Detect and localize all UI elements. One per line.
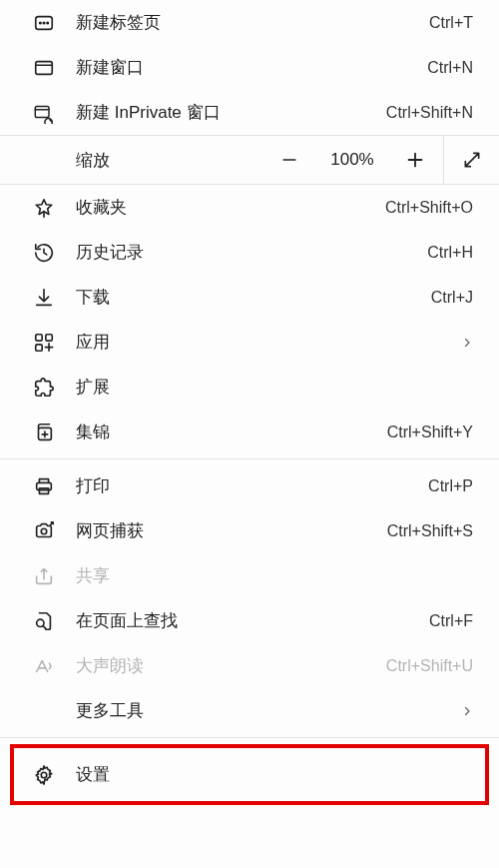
menu-item-label: 大声朗读 [76, 654, 386, 677]
menu-item-shortcut: Ctrl+H [427, 244, 473, 262]
menu-item-shortcut: Ctrl+Shift+Y [387, 424, 473, 441]
menu-item-settings[interactable]: 设置 [14, 752, 485, 797]
zoom-row: 缩放 100% [0, 135, 499, 185]
collections-icon [30, 419, 58, 446]
zoom-out-button[interactable] [261, 136, 317, 184]
menu-item-shortcut: Ctrl+J [431, 289, 473, 307]
history-icon [30, 239, 58, 267]
menu-item-label: 新建窗口 [76, 56, 427, 79]
menu-item-shortcut: Ctrl+Shift+U [386, 657, 473, 675]
menu-divider [0, 458, 499, 459]
new-window-icon [30, 54, 58, 82]
gear-icon [30, 761, 58, 789]
menu-item-label: 打印 [76, 474, 428, 497]
menu-item-new-inprivate[interactable]: 新建 InPrivate 窗口 Ctrl+Shift+N [0, 90, 499, 135]
menu-item-shortcut: Ctrl+Shift+O [385, 199, 473, 217]
menu-item-history[interactable]: 历史记录 Ctrl+H [0, 230, 499, 275]
menu-item-label: 扩展 [76, 376, 473, 399]
fullscreen-button[interactable] [443, 136, 499, 184]
zoom-label: 缩放 [0, 149, 261, 172]
zoom-in-button[interactable] [387, 136, 443, 184]
svg-rect-6 [35, 106, 49, 117]
extensions-icon [30, 374, 58, 402]
menu-item-label: 共享 [76, 564, 473, 587]
svg-rect-14 [36, 334, 42, 340]
menu-item-new-window[interactable]: 新建窗口 Ctrl+N [0, 45, 499, 90]
new-tab-icon [30, 9, 58, 37]
menu-item-apps[interactable]: 应用 [0, 320, 499, 365]
menu-item-shortcut: Ctrl+Shift+S [387, 522, 473, 540]
svg-point-25 [41, 772, 47, 778]
menu-divider [0, 737, 499, 738]
menu-item-label: 集锦 [76, 421, 387, 443]
menu-item-shortcut: Ctrl+N [427, 59, 473, 77]
settings-highlight-box: 设置 [10, 744, 489, 805]
svg-point-3 [47, 22, 48, 23]
menu-item-print[interactable]: 打印 Ctrl+P [0, 463, 499, 508]
menu-item-label: 在页面上查找 [76, 609, 429, 632]
web-capture-icon [30, 517, 58, 545]
menu-item-label: 历史记录 [76, 241, 427, 264]
menu-item-collections[interactable]: 集锦 Ctrl+Shift+Y [0, 410, 499, 454]
favorites-icon [30, 194, 58, 222]
svg-rect-16 [36, 344, 42, 350]
menu-item-label: 收藏夹 [76, 196, 385, 219]
zoom-value: 100% [317, 150, 387, 170]
print-icon [30, 472, 58, 500]
menu-item-label: 更多工具 [76, 699, 455, 722]
inprivate-window-icon [30, 99, 58, 127]
svg-point-22 [41, 528, 47, 534]
menu-item-label: 新建标签页 [76, 11, 429, 34]
menu-item-find[interactable]: 在页面上查找 Ctrl+F [0, 598, 499, 643]
menu-item-new-tab[interactable]: 新建标签页 Ctrl+T [0, 0, 499, 45]
chevron-right-icon [455, 702, 473, 720]
find-on-page-icon [30, 607, 58, 635]
svg-rect-21 [39, 487, 48, 493]
menu-item-label: 新建 InPrivate 窗口 [76, 101, 386, 124]
menu-item-shortcut: Ctrl+F [429, 612, 473, 630]
read-aloud-icon [30, 652, 58, 680]
chevron-right-icon [455, 334, 473, 352]
menu-item-extensions[interactable]: 扩展 [0, 365, 499, 410]
menu-item-downloads[interactable]: 下载 Ctrl+J [0, 275, 499, 320]
svg-rect-4 [36, 61, 53, 74]
menu-item-label: 网页捕获 [76, 519, 387, 542]
menu-item-favorites[interactable]: 收藏夹 Ctrl+Shift+O [0, 185, 499, 230]
browser-main-menu: 新建标签页 Ctrl+T 新建窗口 Ctrl+N 新建 InPrivate 窗口… [0, 0, 499, 805]
share-icon [30, 562, 58, 590]
svg-line-24 [43, 625, 46, 628]
svg-rect-15 [46, 334, 52, 340]
menu-item-shortcut: Ctrl+P [428, 477, 473, 495]
menu-item-shortcut: Ctrl+T [429, 14, 473, 32]
menu-item-more-tools[interactable]: 更多工具 [0, 688, 499, 733]
downloads-icon [30, 284, 58, 312]
menu-item-read-aloud: 大声朗读 Ctrl+Shift+U [0, 643, 499, 688]
apps-icon [30, 329, 58, 357]
menu-item-label: 应用 [76, 331, 455, 354]
menu-item-web-capture[interactable]: 网页捕获 Ctrl+Shift+S [0, 508, 499, 553]
menu-item-share: 共享 [0, 553, 499, 598]
svg-point-1 [40, 22, 41, 23]
svg-point-2 [43, 22, 44, 23]
menu-item-shortcut: Ctrl+Shift+N [386, 104, 473, 122]
menu-item-label: 设置 [76, 763, 471, 786]
menu-item-label: 下载 [76, 286, 431, 309]
